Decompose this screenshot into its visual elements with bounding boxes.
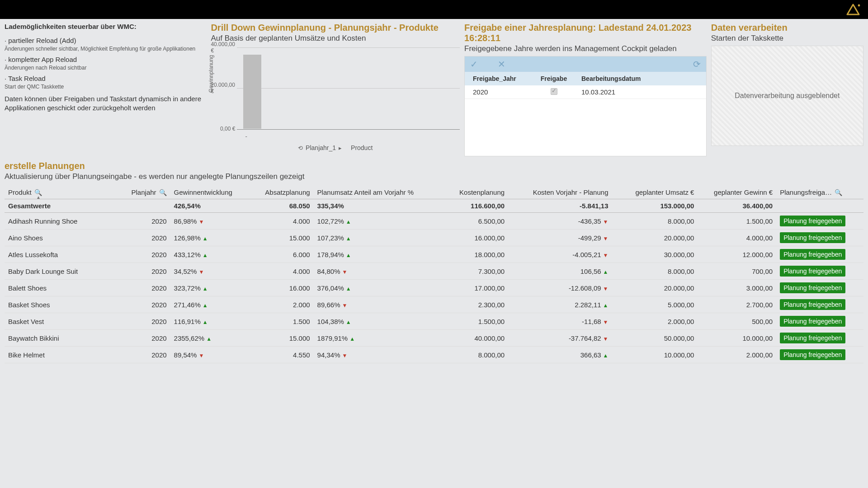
cell-gewinn: 116,91%▲: [170, 313, 249, 330]
cell-kostendiff: -499,29▼: [508, 230, 612, 246]
table-row[interactable]: Adihash Running Shoe202086,98%▼4.000102,…: [5, 213, 863, 230]
col-absatzplanung[interactable]: Absatzplanung: [249, 186, 314, 199]
trend-down-icon: ▼: [198, 352, 204, 359]
status-badge: Planung freigegeben: [780, 216, 845, 226]
cell-kostendiff: 2.282,11▲: [508, 296, 612, 313]
plan-subtitle: Aktualisierung über Planungseingabe - es…: [5, 172, 863, 181]
trend-up-icon: ▲: [349, 336, 355, 342]
cell-gewinn: 433,12%▲: [170, 246, 249, 263]
cell-produkt: Atles Lussekofta: [5, 246, 122, 263]
cell-kosten: 7.300,00: [425, 263, 508, 280]
col-planungsfreigabe[interactable]: Planungsfreiga…🔍: [776, 186, 863, 199]
reload-option: Task Reload: [5, 75, 46, 82]
col-bearbeitungsdatum[interactable]: Bearbeitungsdatum: [579, 75, 701, 82]
search-icon[interactable]: 🔍: [159, 189, 167, 196]
chart-dimension-bar: ⟲ Planjahr_1 ▸ Product: [211, 144, 460, 151]
chart-area[interactable]: Gewinnplanung 40.000,00 € 20.000,00 € 0,…: [211, 47, 460, 142]
cell-gewinn: 126,98%▲: [170, 230, 249, 246]
cell-gewinn: 89,54%▼: [170, 347, 249, 363]
release-checkbox-cell: [529, 88, 579, 96]
trend-up-icon: ▲: [203, 252, 208, 258]
cell-umsatz: 20.000,00: [612, 280, 698, 296]
cell-produkt: Bike Helmet: [5, 347, 122, 363]
trend-down-icon: ▼: [198, 269, 204, 275]
cell-kostendiff: -436,35▼: [508, 213, 612, 230]
cell-kosten: 16.000,00: [425, 230, 508, 246]
reload-footer-text: Daten können über Freigaben und Taskstar…: [5, 94, 206, 113]
total-umsatz: 153.000,00: [612, 199, 698, 213]
chart-dim-1[interactable]: Planjahr_1: [306, 144, 336, 151]
col-planumsatz-vorjahr[interactable]: Planumsatz Anteil am Vorjahr %: [314, 186, 425, 199]
release-row[interactable]: 202010.03.2021: [465, 85, 706, 99]
trend-down-icon: ▼: [603, 336, 609, 342]
drill-forward-icon[interactable]: ▸: [339, 145, 342, 151]
cell-planjahr: 2020: [122, 280, 170, 296]
cell-kosten: 1.500,00: [425, 313, 508, 330]
cell-kostendiff: 106,56▲: [508, 263, 612, 280]
trend-up-icon: ▲: [603, 352, 609, 359]
process-placeholder: Datenverarbeitung ausgeblendet: [711, 46, 863, 146]
release-date: 10.03.2021: [579, 88, 701, 96]
reload-options-panel: Lademöglichkeiten steuerbar über WMC: pa…: [5, 23, 206, 156]
cancel-icon[interactable]: ✕: [498, 60, 505, 69]
cell-planjahr: 2020: [122, 296, 170, 313]
col-produkt[interactable]: Produkt🔍 ▲: [5, 186, 122, 199]
col-planjahr[interactable]: Planjahr🔍: [122, 186, 170, 199]
cell-gewinn-e: 3.000,00: [698, 280, 776, 296]
cell-kosten: 17.000,00: [425, 280, 508, 296]
status-badge: Planung freigegeben: [780, 266, 845, 277]
table-row[interactable]: Basket Shoes2020271,46%▲2.00089,66%▼2.30…: [5, 296, 863, 313]
cell-gewinn: 34,52%▼: [170, 263, 249, 280]
col-freigabe[interactable]: Freigabe: [529, 75, 579, 82]
plan-title: erstelle Planungen: [5, 161, 863, 171]
trend-up-icon: ▲: [603, 302, 609, 309]
search-icon[interactable]: 🔍: [835, 189, 842, 196]
cell-vorjahr: 102,72%▲: [314, 213, 425, 230]
total-kostendiff: -5.841,13: [508, 199, 612, 213]
total-absatz: 68.050: [249, 199, 314, 213]
col-kosten-vorjahr-diff[interactable]: Kosten Vorjahr - Planung: [508, 186, 612, 199]
cell-gewinn-e: 2.700,00: [698, 296, 776, 313]
table-row[interactable]: Bike Helmet202089,54%▼4.55094,34%▼8.000,…: [5, 347, 863, 363]
chart-ytick: 0,00 €: [220, 126, 235, 132]
cell-vorjahr: 104,38%▲: [314, 313, 425, 330]
cell-kosten: 2.300,00: [425, 296, 508, 313]
chart-subtitle: Auf Basis der geplanten Umsätze und Kost…: [211, 34, 460, 43]
cell-absatz: 15.000: [249, 230, 314, 246]
cell-vorjahr: 107,23%▲: [314, 230, 425, 246]
trend-up-icon: ▲: [203, 235, 208, 242]
col-gewinnentwicklung[interactable]: Gewinnentwicklung: [170, 186, 249, 199]
reload-option: kompletter App Reload: [5, 56, 77, 63]
chart-bar[interactable]: [243, 55, 261, 129]
status-badge: Planung freigegeben: [780, 333, 845, 343]
cell-planjahr: 2020: [122, 246, 170, 263]
cell-vorjahr: 1879,91%▲: [314, 330, 425, 347]
cell-gewinn-e: 700,00: [698, 263, 776, 280]
trend-down-icon: ▼: [603, 252, 609, 258]
plan-table: Produkt🔍 ▲ Planjahr🔍 Gewinnentwicklung A…: [5, 186, 863, 363]
table-row[interactable]: Balett Shoes2020323,72%▲16.000376,04%▲17…: [5, 280, 863, 296]
col-geplanter-umsatz[interactable]: geplanter Umsatz €: [612, 186, 698, 199]
status-badge: Planung freigegeben: [780, 282, 845, 293]
cell-gewinn-e: 10.000,00: [698, 330, 776, 347]
release-checkbox[interactable]: [551, 88, 557, 95]
confirm-icon[interactable]: ✓: [470, 60, 478, 69]
cell-kostendiff: -4.005,21▼: [508, 246, 612, 263]
table-row[interactable]: Basket Vest2020116,91%▲1.500104,38%▲1.50…: [5, 313, 863, 330]
col-geplanter-gewinn[interactable]: geplanter Gewinn €: [698, 186, 776, 199]
table-row[interactable]: Aino Shoes2020126,98%▲15.000107,23%▲16.0…: [5, 230, 863, 246]
col-kostenplanung[interactable]: Kostenplanung: [425, 186, 508, 199]
drill-back-icon[interactable]: ⟲: [298, 145, 303, 151]
cell-produkt: Basket Vest: [5, 313, 122, 330]
cell-vorjahr: 84,80%▼: [314, 263, 425, 280]
chart-dim-2[interactable]: Product: [351, 144, 373, 151]
table-row[interactable]: Atles Lussekofta2020433,12%▲6.000178,94%…: [5, 246, 863, 263]
release-table: ✓ ✕ ⟳ Freigabe_Jahr Freigabe Bearbeitung…: [464, 56, 707, 156]
trend-down-icon: ▼: [198, 219, 204, 225]
svg-point-0: [858, 5, 860, 7]
table-row[interactable]: Baby Dark Lounge Suit202034,52%▼4.00084,…: [5, 263, 863, 280]
table-row[interactable]: Baywatch Bikkini20202355,62%▲15.0001879,…: [5, 330, 863, 347]
refresh-icon[interactable]: ⟳: [693, 60, 701, 69]
cell-freigabe: Planung freigegeben: [776, 246, 863, 263]
col-freigabe-jahr[interactable]: Freigabe_Jahr: [470, 75, 529, 82]
